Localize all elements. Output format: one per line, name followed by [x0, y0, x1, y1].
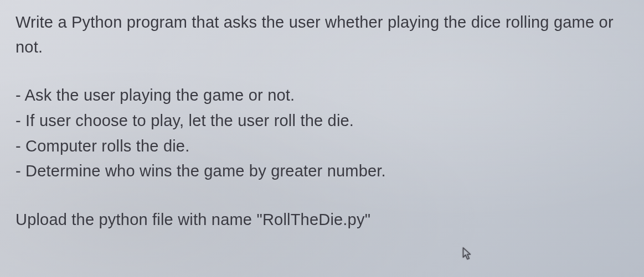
bullet-item: - Determine who wins the game by greater… [16, 159, 628, 184]
bullet-item: - Computer rolls the die. [16, 134, 628, 159]
bullet-list: - Ask the user playing the game or not. … [16, 83, 628, 184]
mouse-cursor-icon [462, 247, 472, 262]
bullet-item: - Ask the user playing the game or not. [16, 83, 628, 108]
bullet-item: - If user choose to play, let the user r… [16, 108, 628, 134]
document-content: Write a Python program that asks the use… [0, 0, 644, 229]
upload-instruction: Upload the python file with name "RollTh… [16, 211, 628, 229]
intro-paragraph: Write a Python program that asks the use… [16, 10, 628, 60]
